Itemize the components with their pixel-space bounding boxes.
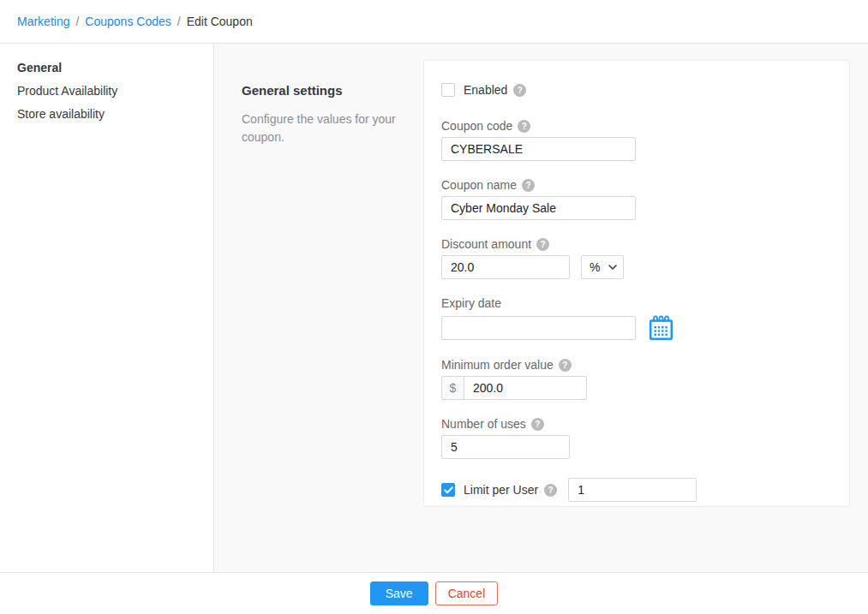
help-icon[interactable]: ?: [536, 238, 549, 251]
coupon-name-field: Coupon name ?: [441, 178, 832, 220]
number-of-uses-input[interactable]: [441, 435, 570, 459]
main-panel: General settings Configure the values fo…: [214, 44, 868, 572]
coupon-name-input[interactable]: [441, 196, 636, 220]
breadcrumb-separator: /: [75, 15, 79, 28]
sidebar-item-general[interactable]: General: [0, 57, 213, 80]
breadcrumb-link-marketing[interactable]: Marketing: [17, 15, 69, 28]
help-icon[interactable]: ?: [513, 84, 526, 97]
coupon-code-input[interactable]: [441, 137, 636, 161]
sidebar-item-product-availability[interactable]: Product Availability: [0, 80, 213, 103]
discount-amount-field: Discount amount ? %: [441, 237, 832, 279]
breadcrumb-bar: Marketing / Coupons Codes / Edit Coupon: [0, 0, 868, 44]
help-icon[interactable]: ?: [544, 484, 557, 497]
breadcrumb-current-edit-coupon: Edit Coupon: [187, 15, 253, 28]
cancel-button[interactable]: Cancel: [435, 581, 499, 605]
coupon-code-field: Coupon code ?: [441, 119, 832, 161]
enabled-field: Enabled ?: [441, 83, 832, 97]
limit-per-user-input[interactable]: [568, 478, 697, 502]
general-settings-card: Enabled ? Coupon code ? Coupon name ?: [423, 60, 850, 507]
edit-coupon-page: Marketing / Coupons Codes / Edit Coupon …: [0, 0, 868, 614]
enabled-checkbox[interactable]: [441, 83, 455, 97]
sidebar: General Product Availability Store avail…: [0, 44, 214, 572]
checkmark-icon: [444, 486, 453, 494]
help-icon[interactable]: ?: [559, 359, 572, 372]
discount-amount-label: Discount amount: [441, 237, 531, 251]
discount-unit-select[interactable]: %: [581, 255, 624, 279]
breadcrumb-link-coupons-codes[interactable]: Coupons Codes: [85, 15, 171, 28]
minimum-order-value-field: Minimum order value ? $: [441, 358, 832, 400]
coupon-code-label: Coupon code: [441, 119, 512, 133]
breadcrumb-separator: /: [177, 15, 181, 28]
calendar-icon[interactable]: [649, 314, 673, 341]
number-of-uses-label: Number of uses: [441, 417, 526, 431]
limit-per-user-field: Limit per User ?: [441, 478, 832, 502]
limit-per-user-checkbox[interactable]: [441, 483, 455, 497]
expiry-date-input[interactable]: [441, 316, 636, 340]
section-title: General settings: [242, 83, 410, 98]
section-info: General settings Configure the values fo…: [242, 83, 410, 146]
currency-symbol: $: [442, 377, 464, 399]
minimum-order-value-label: Minimum order value: [441, 358, 554, 372]
discount-amount-input[interactable]: [441, 255, 570, 279]
footer-bar: Save Cancel: [0, 572, 868, 614]
sidebar-item-store-availability[interactable]: Store availability: [0, 103, 213, 126]
coupon-name-label: Coupon name: [441, 178, 517, 192]
chevron-down-icon: [608, 265, 617, 270]
section-description: Configure the values for your coupon.: [242, 110, 410, 146]
number-of-uses-field: Number of uses ?: [441, 417, 832, 459]
breadcrumb: Marketing / Coupons Codes / Edit Coupon: [17, 15, 253, 28]
help-icon[interactable]: ?: [531, 418, 544, 431]
help-icon[interactable]: ?: [522, 179, 535, 192]
save-button[interactable]: Save: [370, 581, 428, 605]
discount-unit-value: %: [590, 260, 600, 274]
expiry-date-label: Expiry date: [441, 296, 501, 310]
content-area: General Product Availability Store avail…: [0, 44, 868, 572]
minimum-order-value-input[interactable]: [464, 377, 586, 399]
help-icon[interactable]: ?: [518, 120, 530, 133]
expiry-date-field: Expiry date: [441, 296, 832, 341]
enabled-label: Enabled: [464, 83, 507, 97]
limit-per-user-label: Limit per User: [464, 483, 538, 497]
